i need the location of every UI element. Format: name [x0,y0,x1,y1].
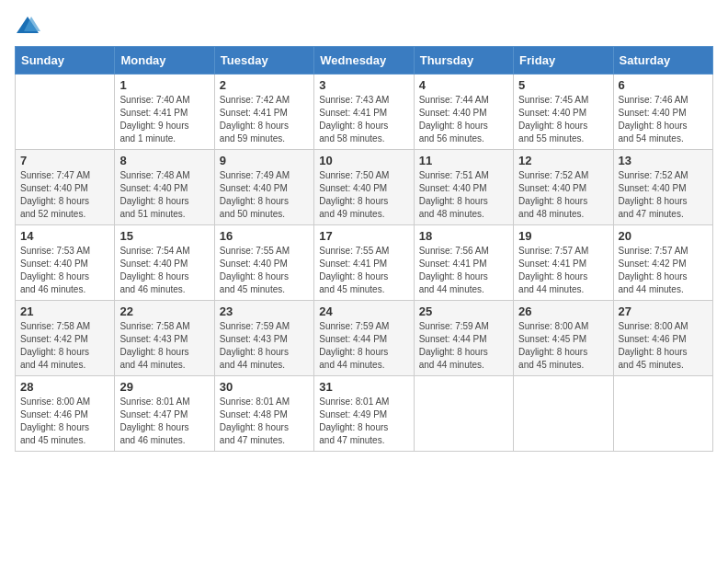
day-detail: Sunrise: 7:55 AM Sunset: 4:40 PM Dayligh… [220,245,309,296]
calendar-cell: 11Sunrise: 7:51 AM Sunset: 4:40 PM Dayli… [414,150,513,225]
day-number: 6 [619,78,708,92]
day-number: 3 [319,78,408,92]
calendar-cell: 28Sunrise: 8:00 AM Sunset: 4:46 PM Dayli… [16,376,115,452]
calendar-cell: 23Sunrise: 7:59 AM Sunset: 4:43 PM Dayli… [214,301,313,376]
calendar-cell [414,376,513,452]
day-number: 16 [220,229,309,243]
header-tuesday: Tuesday [214,47,313,75]
day-number: 8 [119,154,209,167]
day-detail: Sunrise: 7:53 AM Sunset: 4:40 PM Dayligh… [20,245,109,296]
calendar-cell: 27Sunrise: 8:00 AM Sunset: 4:46 PM Dayli… [613,301,712,376]
calendar-cell: 29Sunrise: 8:01 AM Sunset: 4:47 PM Dayli… [115,376,214,452]
calendar-cell: 12Sunrise: 7:52 AM Sunset: 4:40 PM Dayli… [514,150,613,225]
day-number: 18 [419,229,508,243]
calendar-cell: 24Sunrise: 7:59 AM Sunset: 4:44 PM Dayli… [314,301,414,376]
header-monday: Monday [115,47,214,75]
calendar-cell: 19Sunrise: 7:57 AM Sunset: 4:41 PM Dayli… [514,225,613,301]
day-detail: Sunrise: 7:40 AM Sunset: 4:41 PM Dayligh… [119,94,209,145]
day-detail: Sunrise: 7:59 AM Sunset: 4:44 PM Dayligh… [319,320,408,372]
day-detail: Sunrise: 8:01 AM Sunset: 4:48 PM Dayligh… [220,396,309,447]
calendar-cell: 20Sunrise: 7:57 AM Sunset: 4:42 PM Dayli… [613,225,712,301]
calendar-cell: 30Sunrise: 8:01 AM Sunset: 4:48 PM Dayli… [214,376,313,452]
day-number: 24 [319,304,408,318]
header-wednesday: Wednesday [314,47,414,75]
day-number: 1 [119,78,209,92]
header-friday: Friday [514,47,613,75]
day-number: 15 [119,229,209,243]
calendar-cell: 21Sunrise: 7:58 AM Sunset: 4:42 PM Dayli… [16,301,115,376]
day-detail: Sunrise: 7:48 AM Sunset: 4:40 PM Dayligh… [119,169,209,221]
day-number: 4 [419,78,508,92]
day-number: 23 [220,304,309,318]
day-detail: Sunrise: 7:55 AM Sunset: 4:41 PM Dayligh… [319,245,408,296]
day-detail: Sunrise: 7:49 AM Sunset: 4:40 PM Dayligh… [220,169,309,221]
calendar-cell: 18Sunrise: 7:56 AM Sunset: 4:41 PM Dayli… [414,225,513,301]
calendar-cell: 3Sunrise: 7:43 AM Sunset: 4:41 PM Daylig… [314,75,414,150]
day-detail: Sunrise: 7:59 AM Sunset: 4:44 PM Dayligh… [419,320,508,372]
day-number: 10 [319,154,408,167]
day-detail: Sunrise: 7:52 AM Sunset: 4:40 PM Dayligh… [619,169,708,221]
day-number: 20 [619,229,708,243]
calendar-cell: 31Sunrise: 8:01 AM Sunset: 4:49 PM Dayli… [314,376,414,452]
day-number: 9 [220,154,309,167]
header-thursday: Thursday [414,47,513,75]
calendar-cell: 5Sunrise: 7:45 AM Sunset: 4:40 PM Daylig… [514,75,613,150]
day-number: 25 [419,304,508,318]
day-detail: Sunrise: 8:00 AM Sunset: 4:46 PM Dayligh… [619,320,708,372]
day-detail: Sunrise: 7:42 AM Sunset: 4:41 PM Dayligh… [220,94,309,145]
calendar-cell: 13Sunrise: 7:52 AM Sunset: 4:40 PM Dayli… [613,150,712,225]
calendar-cell: 22Sunrise: 7:58 AM Sunset: 4:43 PM Dayli… [115,301,214,376]
calendar-cell: 2Sunrise: 7:42 AM Sunset: 4:41 PM Daylig… [214,75,313,150]
calendar-cell [16,75,115,150]
calendar-cell: 15Sunrise: 7:54 AM Sunset: 4:40 PM Dayli… [115,225,214,301]
day-detail: Sunrise: 7:58 AM Sunset: 4:42 PM Dayligh… [20,320,109,372]
day-detail: Sunrise: 7:46 AM Sunset: 4:40 PM Dayligh… [619,94,708,145]
calendar-cell: 9Sunrise: 7:49 AM Sunset: 4:40 PM Daylig… [214,150,313,225]
logo [15,15,44,37]
day-number: 19 [518,229,608,243]
logo-icon [15,15,40,37]
calendar-cell: 1Sunrise: 7:40 AM Sunset: 4:41 PM Daylig… [115,75,214,150]
day-detail: Sunrise: 7:57 AM Sunset: 4:41 PM Dayligh… [518,245,608,296]
day-number: 2 [220,78,309,92]
day-number: 31 [319,380,408,394]
day-detail: Sunrise: 7:50 AM Sunset: 4:40 PM Dayligh… [319,169,408,221]
day-number: 11 [419,154,508,167]
calendar-header-row: SundayMondayTuesdayWednesdayThursdayFrid… [16,47,713,75]
calendar-cell: 10Sunrise: 7:50 AM Sunset: 4:40 PM Dayli… [314,150,414,225]
header-saturday: Saturday [613,47,712,75]
week-row-4: 21Sunrise: 7:58 AM Sunset: 4:42 PM Dayli… [16,301,713,376]
day-number: 14 [20,229,109,243]
calendar-cell: 8Sunrise: 7:48 AM Sunset: 4:40 PM Daylig… [115,150,214,225]
day-number: 29 [119,380,209,394]
day-number: 7 [20,154,109,167]
week-row-1: 1Sunrise: 7:40 AM Sunset: 4:41 PM Daylig… [16,75,713,150]
day-number: 26 [518,304,608,318]
day-number: 5 [518,78,608,92]
calendar-table: SundayMondayTuesdayWednesdayThursdayFrid… [15,46,713,452]
day-detail: Sunrise: 7:59 AM Sunset: 4:43 PM Dayligh… [220,320,309,372]
day-number: 22 [119,304,209,318]
week-row-5: 28Sunrise: 8:00 AM Sunset: 4:46 PM Dayli… [16,376,713,452]
calendar-cell: 17Sunrise: 7:55 AM Sunset: 4:41 PM Dayli… [314,225,414,301]
day-detail: Sunrise: 8:00 AM Sunset: 4:45 PM Dayligh… [518,320,608,372]
day-detail: Sunrise: 7:51 AM Sunset: 4:40 PM Dayligh… [419,169,508,221]
day-number: 21 [20,304,109,318]
calendar-cell: 14Sunrise: 7:53 AM Sunset: 4:40 PM Dayli… [16,225,115,301]
header-sunday: Sunday [16,47,115,75]
day-number: 17 [319,229,408,243]
day-detail: Sunrise: 7:52 AM Sunset: 4:40 PM Dayligh… [518,169,608,221]
calendar-cell: 6Sunrise: 7:46 AM Sunset: 4:40 PM Daylig… [613,75,712,150]
week-row-2: 7Sunrise: 7:47 AM Sunset: 4:40 PM Daylig… [16,150,713,225]
day-detail: Sunrise: 7:56 AM Sunset: 4:41 PM Dayligh… [419,245,508,296]
day-number: 12 [518,154,608,167]
day-detail: Sunrise: 7:54 AM Sunset: 4:40 PM Dayligh… [119,245,209,296]
day-detail: Sunrise: 7:43 AM Sunset: 4:41 PM Dayligh… [319,94,408,145]
day-detail: Sunrise: 8:00 AM Sunset: 4:46 PM Dayligh… [20,396,109,447]
day-detail: Sunrise: 7:58 AM Sunset: 4:43 PM Dayligh… [119,320,209,372]
day-detail: Sunrise: 7:47 AM Sunset: 4:40 PM Dayligh… [20,169,109,221]
day-detail: Sunrise: 8:01 AM Sunset: 4:49 PM Dayligh… [319,396,408,447]
day-detail: Sunrise: 7:44 AM Sunset: 4:40 PM Dayligh… [419,94,508,145]
day-detail: Sunrise: 8:01 AM Sunset: 4:47 PM Dayligh… [119,396,209,447]
calendar-cell: 26Sunrise: 8:00 AM Sunset: 4:45 PM Dayli… [514,301,613,376]
